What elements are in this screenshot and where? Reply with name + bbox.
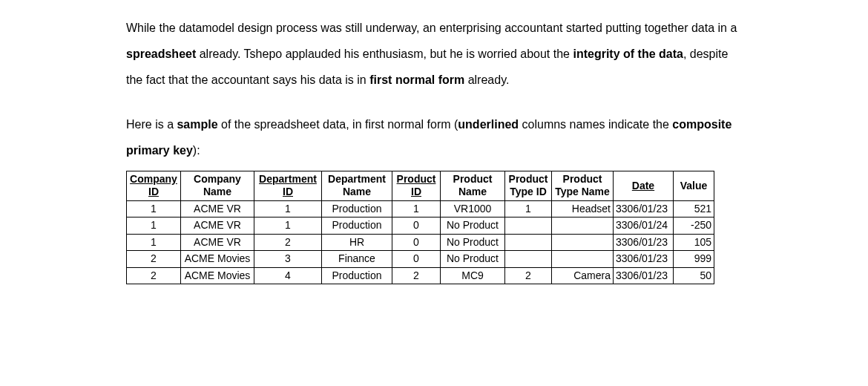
cell-value: -250 bbox=[674, 217, 714, 235]
header-department-id: Department ID bbox=[254, 171, 322, 200]
cell-product-name: VR1000 bbox=[441, 200, 505, 217]
header-product-name: Product Name bbox=[441, 171, 505, 200]
cell-date: 3306/01/23 bbox=[614, 200, 674, 217]
cell-product-id: 0 bbox=[392, 251, 441, 268]
cell-date: 3306/01/24 bbox=[614, 217, 674, 235]
table-row: 2 ACME Movies 3 Finance 0 No Product 330… bbox=[127, 251, 714, 268]
bold-sample: sample bbox=[177, 118, 217, 131]
header-line: Company bbox=[194, 173, 241, 185]
cell-product-type-name bbox=[552, 234, 614, 251]
cell-product-type-id bbox=[505, 251, 552, 268]
header-line: Product bbox=[563, 173, 602, 185]
cell-value: 999 bbox=[674, 251, 714, 268]
text: already. Tshepo applauded his enthusiasm… bbox=[196, 48, 573, 60]
header-line: Type ID bbox=[510, 186, 547, 197]
cell-company-id: 1 bbox=[127, 217, 181, 235]
bold-underlined: underlined bbox=[458, 118, 519, 131]
cell-product-type-name: Camera bbox=[552, 267, 614, 284]
cell-product-type-name bbox=[552, 251, 614, 268]
bold-spreadsheet: spreadsheet bbox=[126, 48, 196, 60]
cell-department-id: 3 bbox=[254, 251, 322, 268]
table-row: 1 ACME VR 2 HR 0 No Product 3306/01/23 1… bbox=[127, 234, 714, 251]
cell-department-id: 1 bbox=[254, 217, 322, 235]
cell-product-name: MC9 bbox=[441, 267, 505, 284]
cell-product-type-id: 1 bbox=[505, 200, 552, 217]
cell-department-name: Production bbox=[322, 200, 392, 217]
cell-department-id: 4 bbox=[254, 267, 322, 284]
text: While the datamodel design process was s… bbox=[126, 22, 737, 34]
header-department-name: Department Name bbox=[322, 171, 392, 200]
table-header-row: Company ID Company Name Department ID De… bbox=[127, 171, 714, 200]
cell-date: 3306/01/23 bbox=[614, 267, 674, 284]
header-line: Value bbox=[680, 180, 708, 192]
cell-company-name: ACME Movies bbox=[181, 267, 254, 284]
header-line: ID bbox=[411, 186, 421, 197]
cell-company-id: 1 bbox=[127, 200, 181, 217]
cell-department-id: 1 bbox=[254, 200, 322, 217]
cell-product-id: 0 bbox=[392, 217, 441, 235]
cell-product-type-name: Headset bbox=[552, 200, 614, 217]
header-line: Product bbox=[397, 173, 436, 185]
cell-company-id: 1 bbox=[127, 234, 181, 251]
cell-department-name: Finance bbox=[322, 251, 392, 268]
header-line: ID bbox=[283, 186, 293, 197]
header-line: Name bbox=[203, 186, 231, 197]
text: columns names indicate the bbox=[519, 118, 672, 131]
cell-department-name: HR bbox=[322, 234, 392, 251]
cell-product-id: 0 bbox=[392, 234, 441, 251]
spreadsheet-table: Company ID Company Name Department ID De… bbox=[126, 171, 714, 285]
cell-company-name: ACME VR bbox=[181, 200, 254, 217]
cell-product-id: 2 bbox=[392, 267, 441, 284]
cell-department-name: Production bbox=[322, 267, 392, 284]
header-product-id: Product ID bbox=[392, 171, 441, 200]
cell-company-name: ACME VR bbox=[181, 234, 254, 251]
table-row: 2 ACME Movies 4 Production 2 MC9 2 Camer… bbox=[127, 267, 714, 284]
cell-company-id: 2 bbox=[127, 251, 181, 268]
bold-integrity: integrity of the data bbox=[573, 48, 683, 60]
table-row: 1 ACME VR 1 Production 0 No Product 3306… bbox=[127, 217, 714, 235]
text: of the spreadsheet data, in first normal… bbox=[218, 118, 458, 131]
cell-product-type-id bbox=[505, 217, 552, 235]
cell-company-name: ACME VR bbox=[181, 217, 254, 235]
header-line: Department bbox=[259, 173, 317, 185]
header-company-name: Company Name bbox=[181, 171, 254, 200]
header-line: Date bbox=[632, 180, 654, 192]
text: ): bbox=[193, 144, 200, 157]
paragraph-sample: Here is a sample of the spreadsheet data… bbox=[126, 111, 742, 163]
header-line: Name bbox=[458, 186, 487, 197]
header-product-type-name: Product Type Name bbox=[552, 171, 614, 200]
cell-date: 3306/01/23 bbox=[614, 251, 674, 268]
cell-product-name: No Product bbox=[441, 234, 505, 251]
header-line: Product bbox=[453, 173, 493, 185]
text: Here is a bbox=[126, 118, 177, 131]
table-row: 1 ACME VR 1 Production 1 VR1000 1 Headse… bbox=[127, 200, 714, 217]
table-body: 1 ACME VR 1 Production 1 VR1000 1 Headse… bbox=[127, 200, 714, 284]
cell-product-type-id bbox=[505, 234, 552, 251]
cell-product-id: 1 bbox=[392, 200, 441, 217]
paragraph-intro: While the datamodel design process was s… bbox=[126, 15, 742, 94]
header-line: ID bbox=[148, 186, 159, 197]
cell-product-name: No Product bbox=[441, 217, 505, 235]
header-date: Date bbox=[614, 171, 674, 200]
cell-product-type-name bbox=[552, 217, 614, 235]
header-line: Product bbox=[509, 173, 548, 185]
cell-company-name: ACME Movies bbox=[181, 251, 254, 268]
cell-company-id: 2 bbox=[127, 267, 181, 284]
cell-product-type-id: 2 bbox=[505, 267, 552, 284]
cell-date: 3306/01/23 bbox=[614, 234, 674, 251]
header-product-type-id: Product Type ID bbox=[505, 171, 552, 200]
cell-department-id: 2 bbox=[254, 234, 322, 251]
header-line: Department bbox=[328, 173, 386, 185]
text: already. bbox=[464, 73, 509, 86]
bold-first-normal-form: first normal form bbox=[369, 73, 464, 86]
cell-value: 521 bbox=[674, 200, 714, 217]
header-company-id: Company ID bbox=[127, 171, 181, 200]
cell-value: 105 bbox=[674, 234, 714, 251]
cell-department-name: Production bbox=[322, 217, 392, 235]
cell-product-name: No Product bbox=[441, 251, 505, 268]
header-value: Value bbox=[674, 171, 714, 200]
header-line: Type Name bbox=[555, 186, 610, 197]
cell-value: 50 bbox=[674, 267, 714, 284]
header-line: Company bbox=[130, 173, 177, 185]
header-line: Name bbox=[343, 186, 371, 197]
